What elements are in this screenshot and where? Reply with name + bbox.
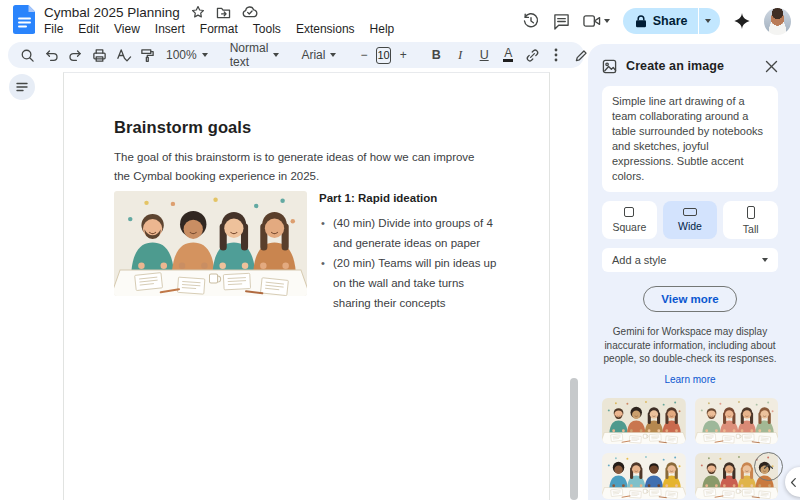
bullet-list: (40 min) Divide into groups of 4 and gen… xyxy=(319,213,499,313)
create-image-panel: Create an image Simple line art drawing … xyxy=(588,44,800,500)
chevron-down-icon xyxy=(762,258,768,262)
tall-shape-icon xyxy=(747,206,755,219)
menu-extensions[interactable]: Extensions xyxy=(296,22,355,36)
chevron-down-icon xyxy=(705,19,711,23)
menu-view[interactable]: View xyxy=(114,22,140,36)
move-folder-icon[interactable] xyxy=(216,6,231,19)
search-menus-icon[interactable] xyxy=(16,44,39,66)
star-icon[interactable] xyxy=(191,5,205,19)
document-intro-paragraph: The goal of this brainstorm is to genera… xyxy=(114,148,488,186)
section-title: Part 1: Rapid ideation xyxy=(319,192,499,204)
share-main-button[interactable]: Share xyxy=(623,8,698,34)
paint-format-icon[interactable] xyxy=(136,44,159,66)
video-camera-icon xyxy=(583,14,601,28)
outline-list-icon xyxy=(16,82,28,92)
chevron-down-icon xyxy=(604,19,610,23)
google-docs-icon[interactable] xyxy=(13,5,35,34)
underline-button[interactable]: U xyxy=(473,44,496,66)
aspect-wide-button[interactable]: Wide xyxy=(663,201,718,239)
font-size-input[interactable]: 10 xyxy=(376,47,390,64)
redo-icon[interactable] xyxy=(64,44,87,66)
generated-image-3[interactable] xyxy=(602,453,686,499)
top-bar: Cymbal 2025 Planning File Edit View Inse… xyxy=(0,0,800,40)
paragraph-style-select[interactable]: Normal text xyxy=(224,44,286,66)
formatting-toolbar: 100% Normal text Arial − 10 + B I U A xyxy=(8,42,584,68)
wide-shape-icon xyxy=(683,208,697,216)
menu-file[interactable]: File xyxy=(44,22,63,36)
comments-icon[interactable] xyxy=(553,13,570,30)
font-select[interactable]: Arial xyxy=(295,44,342,66)
menu-bar: File Edit View Insert Format Tools Exten… xyxy=(44,22,394,36)
document-inline-image[interactable] xyxy=(114,191,307,296)
document-page[interactable]: Brainstorm goals The goal of this brains… xyxy=(63,72,550,500)
learn-more-link[interactable]: Learn more xyxy=(602,374,778,385)
meet-call-button[interactable] xyxy=(583,14,610,28)
gemini-disclaimer: Gemini for Workspace may display inaccur… xyxy=(602,325,778,366)
chevron-down-icon xyxy=(202,53,208,57)
aspect-ratio-group: Square Wide Tall xyxy=(602,201,778,239)
undo-icon[interactable] xyxy=(40,44,63,66)
gemini-spark-icon[interactable] xyxy=(733,12,751,30)
generated-images-grid xyxy=(602,398,778,499)
chevron-down-icon xyxy=(273,53,279,57)
user-avatar[interactable] xyxy=(764,8,791,35)
image-icon xyxy=(602,59,617,74)
increase-font-size-button[interactable]: + xyxy=(392,44,415,66)
document-scrollbar[interactable] xyxy=(570,378,578,500)
collapse-panel-button[interactable] xyxy=(754,452,783,481)
square-shape-icon xyxy=(624,207,634,217)
list-item: (40 min) Divide into groups of 4 and gen… xyxy=(319,213,499,253)
decrease-font-size-button[interactable]: − xyxy=(352,44,375,66)
share-button: Share xyxy=(623,8,720,34)
bold-button[interactable]: B xyxy=(425,44,448,66)
chevron-up-icon xyxy=(763,463,774,470)
chevron-left-icon xyxy=(790,477,797,488)
version-history-icon[interactable] xyxy=(522,12,540,30)
lock-icon xyxy=(635,15,647,28)
chevron-down-icon xyxy=(330,53,336,57)
aspect-square-button[interactable]: Square xyxy=(602,201,657,239)
menu-insert[interactable]: Insert xyxy=(155,22,185,36)
document-outline-button[interactable] xyxy=(9,74,35,100)
more-options-icon[interactable] xyxy=(545,44,568,66)
generated-image-1[interactable] xyxy=(602,398,686,444)
close-icon[interactable] xyxy=(765,60,778,73)
generated-image-2[interactable] xyxy=(695,398,779,444)
document-title[interactable]: Cymbal 2025 Planning xyxy=(44,5,180,20)
image-prompt-input[interactable]: Simple line art drawing of a team collab… xyxy=(602,86,778,192)
list-item: (20 min) Teams will pin ideas up on the … xyxy=(319,253,499,313)
cloud-status-icon[interactable] xyxy=(242,6,258,18)
menu-tools[interactable]: Tools xyxy=(253,22,281,36)
add-style-select[interactable]: Add a style xyxy=(602,248,778,272)
menu-help[interactable]: Help xyxy=(370,22,395,36)
text-color-button[interactable]: A xyxy=(497,44,520,66)
view-more-button[interactable]: View more xyxy=(643,286,737,312)
menu-edit[interactable]: Edit xyxy=(78,22,99,36)
spell-check-icon[interactable] xyxy=(112,44,135,66)
pen-icon xyxy=(575,49,588,62)
italic-button[interactable]: I xyxy=(449,44,472,66)
insert-link-icon[interactable] xyxy=(521,44,544,66)
zoom-select[interactable]: 100% xyxy=(160,44,214,66)
menu-format[interactable]: Format xyxy=(200,22,238,36)
share-dropdown-button[interactable] xyxy=(699,8,720,34)
aspect-tall-button[interactable]: Tall xyxy=(723,201,778,239)
document-heading: Brainstorm goals xyxy=(114,118,251,137)
panel-title: Create an image xyxy=(626,59,756,73)
print-icon[interactable] xyxy=(88,44,111,66)
